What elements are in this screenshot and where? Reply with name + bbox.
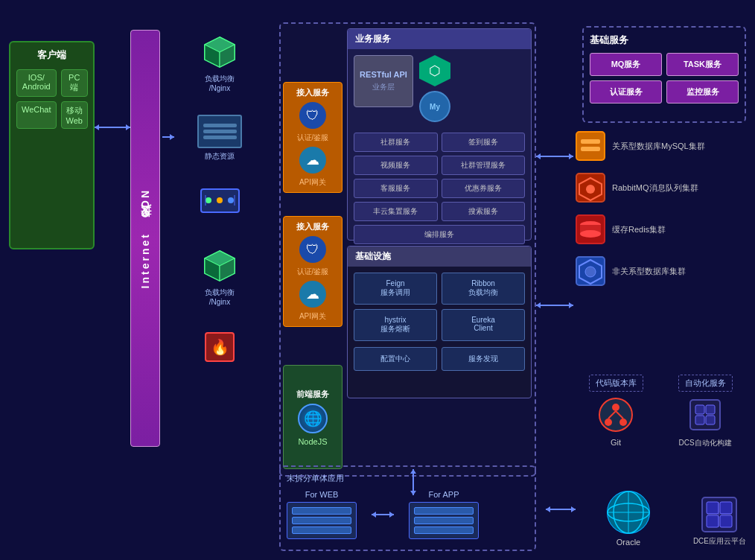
svg-marker-61 [536,153,541,159]
svc-shequn: 社群服务 [354,133,438,152]
arrow-to-mysql [536,149,573,164]
svg-rect-21 [581,147,600,151]
app-server-2 [414,517,474,524]
switch-node [200,188,240,214]
svc-search: 搜索服务 [442,202,526,221]
monitor-service: 监控服务 [666,80,739,104]
biz-layer-label: 业务层 [372,82,395,92]
infra-eureka: EurekaClient [442,309,525,341]
firewall-node: 🔥 [205,332,235,362]
oracle-icon [606,490,651,535]
svg-rect-41 [695,416,704,424]
right-services: 关系型数据库MySQL集群 RabbitMQ消息队列集群 缓存Redis集群 [575,130,746,297]
svg-rect-53 [707,502,719,514]
svg-point-28 [580,230,601,238]
lb2-label: 负载均衡/Nginx [205,287,235,306]
svc-fengyun: 丰云集置服务 [354,202,438,221]
svg-point-7 [228,197,234,203]
svg-point-6 [217,197,223,203]
cube-icon-2 [201,247,238,284]
svg-point-35 [619,419,627,426]
nosql-db-item: 非关系型数据库集群 [575,255,746,287]
redis-icon [575,214,606,245]
dce-label: DCE应用云平台 [693,536,746,547]
shield-icon-1: 🛡 [299,102,326,129]
arrow-mono-oracle [546,502,576,517]
infra-hystrix: hystrix服务熔断 [354,309,437,341]
globe-icon: 🌐 [298,404,328,433]
cdn-label: Internet 接入 CDN [138,188,152,288]
svc-kefu: 客服服务 [354,179,438,198]
svg-marker-70 [546,506,550,512]
svg-rect-56 [720,515,732,527]
for-web-label: For WEB [305,490,339,499]
for-app-block: For APP [409,490,479,539]
web-server-1 [292,507,351,515]
service-grid: 社群服务 签到服务 视频服务 社群管理服务 客服服务 优惠券服务 丰云集置服务 … [348,128,531,249]
shield-icon-2: 🛡 [299,236,326,263]
mysql-icon: My [419,91,450,122]
biz-top: RESTful API 业务层 ⬡ My [348,49,531,128]
svc-compile: 编排服务 [354,225,525,244]
svg-marker-44 [389,512,394,518]
mq-service: MQ服务 [590,53,662,76]
rest-api-box: RESTful API 业务层 [354,55,413,107]
server-icon [197,115,242,148]
client-section: 客户端 IOS/Android PC端 WeChat 移动Web [9,41,95,249]
mono-title: 未拆分单体应用 [287,473,529,484]
access1-title: 接入服务 [296,87,329,98]
svg-marker-69 [571,506,576,512]
svg-marker-16 [95,124,99,130]
svg-marker-15 [126,124,130,130]
rabbitmq-icon [575,172,606,203]
svg-rect-38 [690,400,720,430]
basic-grid: MQ服务 TASK服务 认证服务 监控服务 [590,53,739,104]
svg-rect-20 [581,139,600,144]
code-repo-title: 代码版本库 [589,375,643,392]
cloud-icon-2: ☁ [299,281,326,308]
svg-rect-39 [695,405,704,414]
biz-title: 业务服务 [348,29,531,49]
for-web-block: For WEB [287,490,357,539]
svg-marker-60 [569,153,573,159]
rabbitmq-db-item: RabbitMQ消息队列集群 [575,172,746,203]
bottom-right-tools: 代码版本库 Git 自动化服务 DCS自动化构建 [575,375,746,448]
svc-shequn-mgmt: 社群管理服务 [442,156,526,175]
svc-qiandao: 签到服务 [442,133,526,152]
app-server-3 [414,526,474,534]
access-service-1: 接入服务 🛡 认证/鉴服 ☁ API网关 [283,82,343,193]
cloud-icon-1: ☁ [299,147,326,174]
svg-point-33 [612,404,619,411]
frontend-service: 前端服务 🌐 NodeJS [283,365,343,469]
loadbalancer1-node: 负载均衡/Nginx [201,34,238,92]
mono-arrow [372,507,394,522]
auto-service-title: 自动化服务 [678,375,733,392]
git-icon [597,396,634,433]
svg-marker-18 [170,134,174,140]
lb1-label: 负载均衡/Nginx [205,74,235,92]
svg-rect-54 [720,502,732,514]
biz-icons: ⬡ My [419,55,450,122]
svg-rect-42 [706,416,715,424]
hex-icon: ⬡ [419,55,450,86]
infra-discovery: 服务发现 [442,347,525,371]
switch-icon [200,188,240,214]
redis-db-item: 缓存Redis集群 [575,214,746,245]
task-service: TASK服务 [666,53,739,76]
app-server-1 [414,507,474,515]
client-ios: IOS/Android [16,69,57,97]
svg-point-32 [599,398,632,431]
dcs-icon [686,396,724,433]
mysql-db-item: 关系型数据库MySQL集群 [575,130,746,162]
infra-title: 基础设施 [348,246,531,267]
auth-service: 认证服务 [590,80,662,104]
dcs-label: DCS自动化构建 [678,438,731,448]
client-pc: PC端 [61,69,88,97]
svg-rect-19 [576,132,605,160]
infra-grid: Feign服务调用 Ribbon负载均衡 hystrix服务熔断 EurekaC… [348,267,531,347]
svg-point-31 [585,267,596,277]
main-container: 客户端 IOS/Android PC端 WeChat 移动Web Interne… [0,0,755,560]
rabbitmq-label: RabbitMQ消息队列集群 [612,182,698,194]
git-label: Git [611,438,621,447]
redis-label: 缓存Redis集群 [612,224,666,235]
